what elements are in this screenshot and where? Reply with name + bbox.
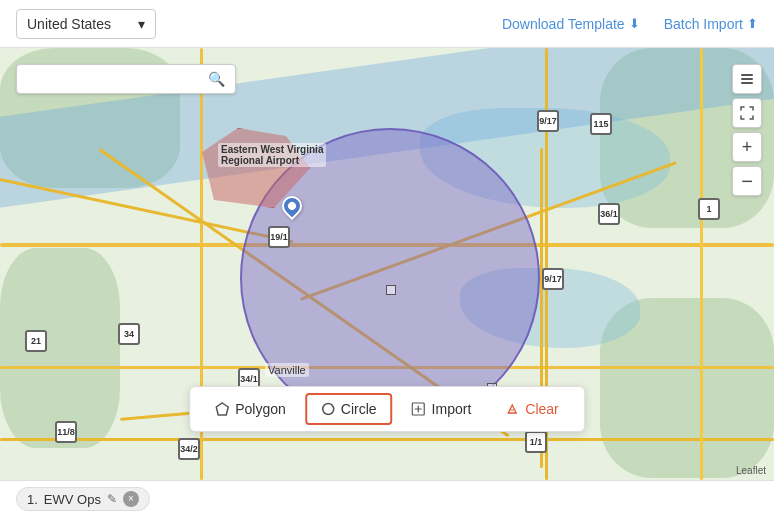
download-icon: ⬇ [629,16,640,31]
fullscreen-button[interactable] [732,98,762,128]
top-right-actions: Download Template ⬇ Batch Import ⬆ [502,16,758,32]
route-badge: 1/1 [525,431,547,453]
route-badge: 9/17 [537,110,559,132]
upload-icon: ⬆ [747,16,758,31]
country-select[interactable]: United States ▾ [16,9,156,39]
route-badge: 9/17 [542,268,564,290]
svg-rect-2 [741,82,753,84]
batch-import-link[interactable]: Batch Import ⬆ [664,16,758,32]
map-attribution: Leaflet [736,465,766,476]
close-icon: × [128,494,134,504]
place-label-airport: Eastern West VirginiaRegional Airport [218,143,326,167]
place-label-vanville: Vanville [265,363,309,377]
polygon-icon [215,402,229,416]
map-search-input[interactable] [27,72,204,87]
import-icon [412,402,426,416]
tag-label: EWV Ops [44,492,101,507]
route-badge: 19/1 [268,226,290,248]
map-search-bar: 🔍 [16,64,236,94]
import-tool-button[interactable]: Import [397,393,487,425]
clear-icon [505,402,519,416]
circle-label: Circle [341,401,377,417]
zoom-out-button[interactable]: − [732,166,762,196]
forest-area [0,248,120,448]
route-badge: 115 [590,113,612,135]
chevron-down-icon: ▾ [138,16,145,32]
map-controls: + − [732,64,762,196]
polygon-label: Polygon [235,401,286,417]
drawing-toolbar: Polygon Circle Import Clear [189,386,585,432]
circle-tool-button[interactable]: Circle [305,393,393,425]
fullscreen-icon [740,106,754,120]
top-bar: United States ▾ Download Template ⬇ Batc… [0,0,774,48]
road [700,48,703,480]
country-label: United States [27,16,111,32]
route-badge: 34/2 [178,438,200,460]
tag-bar: 1. EWV Ops ✎ × [0,480,774,517]
tag-index: 1. [27,492,38,507]
route-badge: 36/1 [598,203,620,225]
download-template-label: Download Template [502,16,625,32]
tag-close-button[interactable]: × [123,491,139,507]
route-badge: 21 [25,330,47,352]
polygon-tool-button[interactable]: Polygon [200,393,301,425]
route-badge: 1 [698,198,720,220]
svg-rect-1 [741,78,753,80]
layers-icon [739,71,755,87]
square-marker [386,285,396,295]
layers-button[interactable] [732,64,762,94]
tag-chip: 1. EWV Ops ✎ × [16,487,150,511]
road [0,438,774,441]
clear-label: Clear [525,401,558,417]
route-badge: 34 [118,323,140,345]
edit-icon[interactable]: ✎ [107,492,117,506]
svg-rect-0 [741,74,753,76]
search-icon: 🔍 [208,71,225,87]
svg-point-4 [322,404,333,415]
svg-marker-3 [216,403,228,415]
download-template-link[interactable]: Download Template ⬇ [502,16,640,32]
route-badge: 11/8 [55,421,77,443]
batch-import-label: Batch Import [664,16,743,32]
zoom-in-button[interactable]: + [732,132,762,162]
map-container[interactable]: Eastern West VirginiaRegional Airport Va… [0,48,774,480]
circle-icon [321,402,335,416]
clear-tool-button[interactable]: Clear [490,393,573,425]
import-label: Import [432,401,472,417]
